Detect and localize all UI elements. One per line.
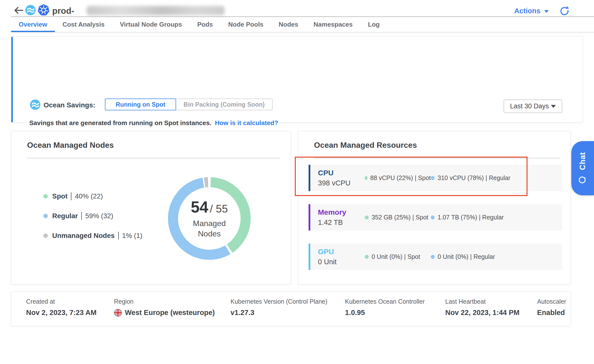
tabs-divider [11,32,594,33]
gpu-name: GPU [318,248,365,256]
cpu-row-highlight-annotation [295,157,528,196]
savings-description: Savings that are generated from running … [29,119,212,127]
legend-item-spot: Spot 40% (22) [43,192,142,200]
total-count: / 55 [210,203,228,215]
unmanaged-dot-icon [43,233,48,238]
tab-pods[interactable]: Pods [190,17,221,32]
back-button[interactable] [14,6,24,15]
legend-item-regular: Regular 59% (32) [43,212,142,220]
donut-label: Managed Nodes [187,218,231,239]
cluster-name-redacted [87,6,225,15]
info-region: Region West Europe (westeurope) [114,298,215,317]
chat-bubble-icon [578,175,587,184]
cluster-info-bar: Created at Nov 2, 2023, 7:23 AM Region W… [11,291,571,326]
uk-flag-icon [114,309,122,317]
spot-ocean-logo-icon [25,4,36,16]
donut-center: 54 / 55 Managed Nodes [178,187,241,250]
resource-row-gpu: GPU 0 Unit 0 Unit (0%) | Spot 0 Unit (0%… [309,244,562,270]
chevron-down-icon [544,10,549,13]
savings-accent-bar [11,37,13,122]
regular-dot-icon [43,214,48,218]
chevron-down-icon [551,105,556,108]
gpu-accent-bar [309,244,310,270]
ocean-wave-icon [29,99,41,110]
spot-dot-icon [365,255,369,259]
managed-resources-title: Ocean Managed Resources [314,141,417,150]
actions-button[interactable]: Actions [514,7,549,15]
tab-overview[interactable]: Overview [11,17,55,32]
gpu-spot-metric: 0 Unit (0%) | Spot [365,253,431,260]
info-ocean-controller: Kubernetes Ocean Controller 1.0.95 [345,298,425,317]
arrow-left-icon [14,6,24,15]
running-on-spot-button[interactable]: Running on Spot [105,99,176,110]
bin-packing-button[interactable]: Bin Packing (Coming Soon) [176,99,272,110]
regular-dot-icon [431,255,435,259]
legend-bar [81,212,82,220]
tab-nodes[interactable]: Nodes [271,17,306,32]
chat-button[interactable]: Chat [571,141,594,195]
memory-accent-bar [309,204,310,231]
tab-log[interactable]: Log [360,17,387,32]
resource-row-memory: Memory 1.42 TB 352 GB (25%) | Spot 1.07 … [309,204,562,231]
gpu-total: 0 Unit [318,258,365,266]
gpu-regular-metric: 0 Unit (0%) | Regular [431,253,495,260]
legend-item-unmanaged: Unmanaged Nodes 1% (1) [43,232,142,240]
legend-bar [118,232,119,240]
memory-spot-metric: 352 GB (25%) | Spot [365,214,431,221]
period-value: Last 30 Days [510,102,549,110]
spot-dot-icon [365,215,369,219]
ocean-managed-nodes-card: Ocean Managed Nodes Spot 40% (22) Regula… [11,131,291,284]
legend-bar [71,192,71,200]
refresh-button[interactable] [560,6,569,16]
memory-regular-metric: 1.07 TB (75%) | Regular [431,214,504,221]
nodes-legend: Spot 40% (22) Regular 59% (32) Unmanaged… [43,192,142,240]
tab-bar: Overview Cost Analysis Virtual Node Grou… [11,17,387,32]
refresh-icon [560,6,569,16]
info-created-at: Created at Nov 2, 2023, 7:23 AM [26,298,97,317]
managed-count: 54 [191,198,208,216]
savings-toggle: Running on Spot Bin Packing (Coming Soon… [105,99,273,110]
managed-nodes-title: Ocean Managed Nodes [27,141,114,150]
how-calculated-link[interactable]: How is it calculated? [215,119,278,127]
managed-nodes-donut-chart: 54 / 55 Managed Nodes [168,177,251,260]
period-dropdown[interactable]: Last 30 Days [504,99,562,113]
card-divider [27,158,280,158]
regular-dot-icon [431,215,435,219]
ocean-savings-label: Ocean Savings: [44,101,95,109]
memory-total: 1.42 TB [318,218,365,227]
tab-namespaces[interactable]: Namespaces [306,17,360,32]
memory-name: Memory [318,208,365,216]
actions-label: Actions [514,7,540,15]
ocean-savings-card: Ocean Savings: Running on Spot Bin Packi… [11,36,583,123]
tab-virtual-node-groups[interactable]: Virtual Node Groups [112,17,190,32]
kubernetes-logo-icon [37,4,50,16]
tab-node-pools[interactable]: Node Pools [221,17,271,32]
ocean-managed-resources-card: Ocean Managed Resources CPU 398 vCPU 88 … [298,131,571,284]
info-autoscaler: Autoscaler Enabled [537,298,566,317]
page-title: prod- [52,6,74,16]
info-last-heartbeat: Last Heartbeat Nov 22, 2023, 1:44 PM [445,298,519,317]
chat-label: Chat [578,152,587,170]
info-k8s-version: Kubernetes Version (Control Plane) v1.27… [231,298,327,317]
spot-dot-icon [43,194,48,199]
tab-cost-analysis[interactable]: Cost Analysis [55,17,112,32]
